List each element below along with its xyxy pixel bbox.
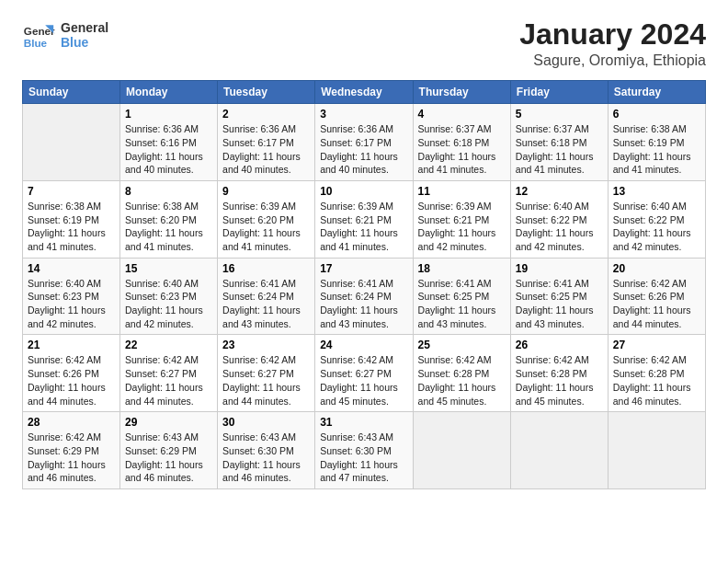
weekday-header-row: SundayMondayTuesdayWednesdayThursdayFrid… bbox=[23, 81, 706, 104]
calendar-cell: 31Sunrise: 6:43 AM Sunset: 6:30 PM Dayli… bbox=[315, 412, 413, 489]
day-detail: Sunrise: 6:43 AM Sunset: 6:29 PM Dayligh… bbox=[125, 431, 212, 485]
day-detail: Sunrise: 6:39 AM Sunset: 6:21 PM Dayligh… bbox=[320, 200, 407, 254]
day-number: 2 bbox=[222, 108, 310, 121]
day-number: 10 bbox=[320, 185, 407, 198]
day-detail: Sunrise: 6:41 AM Sunset: 6:25 PM Dayligh… bbox=[516, 277, 603, 331]
day-number: 18 bbox=[418, 262, 506, 275]
day-detail: Sunrise: 6:42 AM Sunset: 6:28 PM Dayligh… bbox=[418, 353, 506, 408]
day-number: 27 bbox=[613, 339, 700, 351]
calendar-cell: 7Sunrise: 6:38 AM Sunset: 6:19 PM Daylig… bbox=[23, 180, 120, 258]
day-detail: Sunrise: 6:42 AM Sunset: 6:27 PM Dayligh… bbox=[125, 353, 212, 408]
calendar-cell: 17Sunrise: 6:41 AM Sunset: 6:24 PM Dayli… bbox=[315, 258, 413, 335]
day-number: 23 bbox=[222, 339, 310, 351]
calendar-cell: 20Sunrise: 6:42 AM Sunset: 6:26 PM Dayli… bbox=[608, 258, 705, 335]
calendar-cell: 21Sunrise: 6:42 AM Sunset: 6:26 PM Dayli… bbox=[23, 335, 120, 412]
day-number: 15 bbox=[125, 262, 212, 275]
day-detail: Sunrise: 6:43 AM Sunset: 6:30 PM Dayligh… bbox=[320, 431, 407, 485]
calendar-cell: 23Sunrise: 6:42 AM Sunset: 6:27 PM Dayli… bbox=[218, 335, 315, 412]
calendar-cell: 18Sunrise: 6:41 AM Sunset: 6:25 PM Dayli… bbox=[413, 258, 510, 335]
day-detail: Sunrise: 6:40 AM Sunset: 6:22 PM Dayligh… bbox=[516, 200, 603, 254]
calendar-cell: 15Sunrise: 6:40 AM Sunset: 6:23 PM Dayli… bbox=[120, 258, 218, 335]
calendar-cell: 12Sunrise: 6:40 AM Sunset: 6:22 PM Dayli… bbox=[510, 180, 608, 258]
calendar-week-1: 1Sunrise: 6:36 AM Sunset: 6:16 PM Daylig… bbox=[23, 104, 706, 181]
day-number: 31 bbox=[320, 416, 407, 429]
day-detail: Sunrise: 6:37 AM Sunset: 6:18 PM Dayligh… bbox=[516, 122, 603, 177]
weekday-header-friday: Friday bbox=[510, 81, 608, 104]
calendar-cell: 25Sunrise: 6:42 AM Sunset: 6:28 PM Dayli… bbox=[413, 335, 510, 412]
day-detail: Sunrise: 6:36 AM Sunset: 6:17 PM Dayligh… bbox=[222, 122, 310, 177]
day-detail: Sunrise: 6:41 AM Sunset: 6:24 PM Dayligh… bbox=[222, 277, 310, 331]
day-detail: Sunrise: 6:42 AM Sunset: 6:26 PM Dayligh… bbox=[613, 277, 700, 331]
calendar-cell: 30Sunrise: 6:43 AM Sunset: 6:30 PM Dayli… bbox=[218, 412, 315, 489]
calendar-cell: 24Sunrise: 6:42 AM Sunset: 6:27 PM Dayli… bbox=[315, 335, 413, 412]
calendar-week-4: 21Sunrise: 6:42 AM Sunset: 6:26 PM Dayli… bbox=[23, 335, 706, 412]
day-number: 8 bbox=[125, 185, 212, 198]
logo-line1: General bbox=[61, 20, 108, 35]
day-number: 24 bbox=[320, 339, 407, 351]
calendar-week-3: 14Sunrise: 6:40 AM Sunset: 6:23 PM Dayli… bbox=[23, 258, 706, 335]
weekday-header-sunday: Sunday bbox=[23, 81, 120, 104]
calendar-table: SundayMondayTuesdayWednesdayThursdayFrid… bbox=[22, 80, 706, 489]
calendar-cell: 9Sunrise: 6:39 AM Sunset: 6:20 PM Daylig… bbox=[218, 180, 315, 258]
svg-text:Blue: Blue bbox=[24, 37, 48, 49]
logo-line2: Blue bbox=[61, 35, 108, 50]
day-detail: Sunrise: 6:36 AM Sunset: 6:16 PM Dayligh… bbox=[125, 122, 212, 177]
day-number: 12 bbox=[516, 185, 603, 198]
calendar-cell: 4Sunrise: 6:37 AM Sunset: 6:18 PM Daylig… bbox=[413, 104, 510, 181]
day-number: 16 bbox=[222, 262, 310, 275]
calendar-cell bbox=[510, 412, 608, 489]
calendar-cell: 19Sunrise: 6:41 AM Sunset: 6:25 PM Dayli… bbox=[510, 258, 608, 335]
day-number: 6 bbox=[613, 108, 700, 121]
calendar-week-2: 7Sunrise: 6:38 AM Sunset: 6:19 PM Daylig… bbox=[23, 180, 706, 258]
calendar-cell: 11Sunrise: 6:39 AM Sunset: 6:21 PM Dayli… bbox=[413, 180, 510, 258]
day-number: 22 bbox=[125, 339, 212, 351]
logo-icon: General Blue bbox=[22, 18, 55, 52]
calendar-cell: 2Sunrise: 6:36 AM Sunset: 6:17 PM Daylig… bbox=[218, 104, 315, 181]
calendar-cell: 3Sunrise: 6:36 AM Sunset: 6:17 PM Daylig… bbox=[315, 104, 413, 181]
day-number: 3 bbox=[320, 108, 407, 121]
calendar-cell: 5Sunrise: 6:37 AM Sunset: 6:18 PM Daylig… bbox=[510, 104, 608, 181]
day-detail: Sunrise: 6:42 AM Sunset: 6:28 PM Dayligh… bbox=[516, 353, 603, 408]
day-number: 20 bbox=[613, 262, 700, 275]
day-number: 13 bbox=[613, 185, 700, 198]
calendar-cell bbox=[413, 412, 510, 489]
day-detail: Sunrise: 6:39 AM Sunset: 6:20 PM Dayligh… bbox=[222, 200, 310, 254]
day-detail: Sunrise: 6:37 AM Sunset: 6:18 PM Dayligh… bbox=[418, 122, 506, 177]
day-detail: Sunrise: 6:40 AM Sunset: 6:23 PM Dayligh… bbox=[28, 277, 115, 331]
day-number: 17 bbox=[320, 262, 407, 275]
day-number: 28 bbox=[28, 416, 115, 429]
header: General Blue General Blue January 2024 S… bbox=[22, 18, 706, 69]
day-number: 5 bbox=[516, 108, 603, 121]
weekday-header-thursday: Thursday bbox=[413, 81, 510, 104]
weekday-header-monday: Monday bbox=[120, 81, 218, 104]
weekday-header-tuesday: Tuesday bbox=[218, 81, 315, 104]
calendar-cell: 1Sunrise: 6:36 AM Sunset: 6:16 PM Daylig… bbox=[120, 104, 218, 181]
calendar-cell: 16Sunrise: 6:41 AM Sunset: 6:24 PM Dayli… bbox=[218, 258, 315, 335]
calendar-cell: 26Sunrise: 6:42 AM Sunset: 6:28 PM Dayli… bbox=[510, 335, 608, 412]
calendar-cell: 14Sunrise: 6:40 AM Sunset: 6:23 PM Dayli… bbox=[23, 258, 120, 335]
day-number: 11 bbox=[418, 185, 506, 198]
month-title: January 2024 bbox=[519, 18, 706, 51]
day-detail: Sunrise: 6:42 AM Sunset: 6:27 PM Dayligh… bbox=[222, 353, 310, 408]
day-detail: Sunrise: 6:36 AM Sunset: 6:17 PM Dayligh… bbox=[320, 122, 407, 177]
day-detail: Sunrise: 6:39 AM Sunset: 6:21 PM Dayligh… bbox=[418, 200, 506, 254]
day-number: 1 bbox=[125, 108, 212, 121]
day-number: 7 bbox=[28, 185, 115, 198]
day-number: 9 bbox=[222, 185, 310, 198]
calendar-cell: 8Sunrise: 6:38 AM Sunset: 6:20 PM Daylig… bbox=[120, 180, 218, 258]
day-detail: Sunrise: 6:38 AM Sunset: 6:19 PM Dayligh… bbox=[613, 122, 700, 177]
day-detail: Sunrise: 6:41 AM Sunset: 6:24 PM Dayligh… bbox=[320, 277, 407, 331]
calendar-cell: 22Sunrise: 6:42 AM Sunset: 6:27 PM Dayli… bbox=[120, 335, 218, 412]
day-detail: Sunrise: 6:38 AM Sunset: 6:20 PM Dayligh… bbox=[125, 200, 212, 254]
calendar-cell: 10Sunrise: 6:39 AM Sunset: 6:21 PM Dayli… bbox=[315, 180, 413, 258]
calendar-cell: 28Sunrise: 6:42 AM Sunset: 6:29 PM Dayli… bbox=[23, 412, 120, 489]
day-detail: Sunrise: 6:42 AM Sunset: 6:28 PM Dayligh… bbox=[613, 353, 700, 408]
day-detail: Sunrise: 6:42 AM Sunset: 6:27 PM Dayligh… bbox=[320, 353, 407, 408]
calendar-cell bbox=[608, 412, 705, 489]
weekday-header-wednesday: Wednesday bbox=[315, 81, 413, 104]
day-number: 25 bbox=[418, 339, 506, 351]
day-detail: Sunrise: 6:42 AM Sunset: 6:26 PM Dayligh… bbox=[28, 353, 115, 408]
day-detail: Sunrise: 6:41 AM Sunset: 6:25 PM Dayligh… bbox=[418, 277, 506, 331]
day-number: 4 bbox=[418, 108, 506, 121]
day-number: 30 bbox=[222, 416, 310, 429]
